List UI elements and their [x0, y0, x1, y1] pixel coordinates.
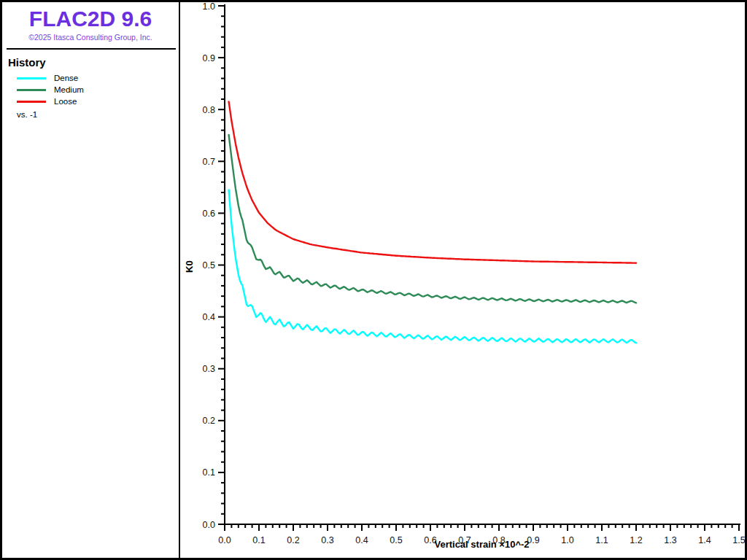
svg-text:0.9: 0.9: [203, 53, 215, 63]
svg-text:0.1: 0.1: [203, 467, 215, 478]
axes: [224, 4, 740, 525]
svg-text:0.0: 0.0: [203, 520, 215, 530]
x-axis-title: Vertical strain ×10^-2: [225, 539, 739, 550]
y-axis-title: K0: [182, 237, 196, 297]
series-line-dense: [229, 190, 636, 343]
series-line-loose: [229, 102, 636, 263]
svg-text:0.4: 0.4: [203, 312, 215, 322]
svg-text:0.2: 0.2: [203, 416, 215, 426]
y-axis-ticks: 0.00.10.20.30.40.50.60.70.80.91.0: [203, 2, 224, 530]
chart-canvas: 0.00.10.20.30.40.50.60.70.80.91.01.11.21…: [2, 2, 745, 558]
svg-text:0.5: 0.5: [203, 260, 215, 271]
svg-text:0.8: 0.8: [203, 105, 215, 115]
svg-text:0.3: 0.3: [203, 364, 215, 374]
svg-text:1.0: 1.0: [203, 2, 215, 12]
svg-text:0.6: 0.6: [203, 209, 215, 219]
flac2d-plot-window: FLAC2D 9.6 ©2025 Itasca Consulting Group…: [0, 0, 747, 560]
series-line-medium: [229, 135, 636, 303]
svg-text:0.7: 0.7: [203, 157, 215, 167]
